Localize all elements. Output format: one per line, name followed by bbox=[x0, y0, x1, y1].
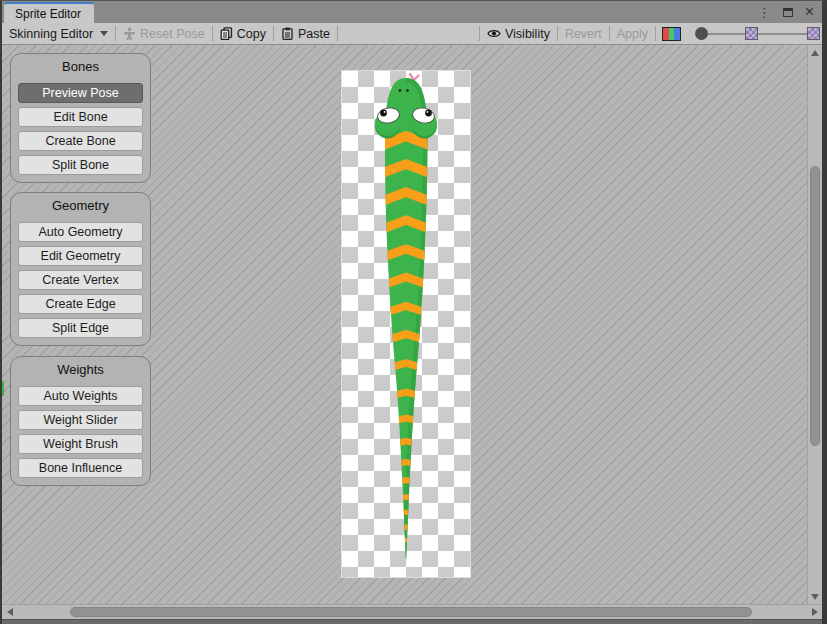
paste-icon bbox=[281, 27, 294, 40]
window-controls: ⋮ × bbox=[758, 1, 822, 23]
panel-title: Bones bbox=[11, 59, 150, 74]
snake-nostril-left bbox=[399, 89, 402, 92]
tab-title: Sprite Editor bbox=[15, 7, 81, 21]
copy-icon bbox=[220, 27, 233, 40]
toolbar-separator bbox=[337, 26, 338, 41]
tool-button-edit-bone[interactable]: Edit Bone bbox=[18, 107, 143, 127]
scroll-right-icon[interactable] bbox=[812, 608, 818, 616]
scroll-down-icon[interactable] bbox=[811, 594, 819, 600]
tool-button-create-bone[interactable]: Create Bone bbox=[18, 131, 143, 151]
panel-geometry: GeometryAuto GeometryEdit GeometryCreate… bbox=[10, 192, 151, 346]
canvas-edge-artifact bbox=[2, 381, 4, 396]
chevron-down-icon bbox=[100, 31, 108, 36]
sprite-texture-frame[interactable] bbox=[342, 71, 470, 577]
vertical-scrollbar[interactable] bbox=[807, 45, 822, 604]
opacity-sliders bbox=[695, 27, 820, 40]
snake-pupil-left bbox=[380, 110, 387, 117]
pupil-glint-left bbox=[384, 111, 386, 113]
window-menu-icon[interactable]: ⋮ bbox=[758, 6, 771, 19]
toolbar-separator bbox=[655, 26, 656, 41]
sprite-sheet-thumb-icon[interactable] bbox=[807, 27, 820, 40]
tool-button-auto-geometry[interactable]: Auto Geometry bbox=[18, 222, 143, 242]
sprite-sheet-thumb-icon[interactable] bbox=[745, 27, 758, 40]
window-bottom-edge bbox=[2, 619, 822, 624]
tool-button-create-edge[interactable]: Create Edge bbox=[18, 294, 143, 314]
panel-bones: BonesPreview PoseEdit BoneCreate BoneSpl… bbox=[10, 53, 151, 183]
scroll-up-icon[interactable] bbox=[811, 50, 819, 56]
pupil-glint-right bbox=[427, 111, 429, 113]
swatch-blue bbox=[674, 28, 680, 40]
slider-track[interactable] bbox=[758, 33, 807, 35]
tool-button-create-vertex[interactable]: Create Vertex bbox=[18, 270, 143, 290]
tab-sprite-editor[interactable]: Sprite Editor bbox=[4, 2, 94, 23]
bone-color-swatch-button[interactable] bbox=[662, 27, 681, 41]
visibility-button[interactable]: Visibility bbox=[480, 23, 557, 44]
vertical-scrollbar-thumb[interactable] bbox=[810, 166, 820, 446]
tool-button-edit-geometry[interactable]: Edit Geometry bbox=[18, 246, 143, 266]
horizontal-scrollbar[interactable] bbox=[2, 604, 822, 619]
green-snake-sprite bbox=[342, 71, 470, 577]
slider-track[interactable] bbox=[708, 33, 745, 35]
skinning-canvas[interactable]: BonesPreview PoseEdit BoneCreate BoneSpl… bbox=[2, 45, 807, 604]
pose-person-icon bbox=[123, 27, 136, 40]
sprite-editor-window: Sprite Editor ⋮ × Skinning Editor Reset … bbox=[0, 0, 827, 624]
tool-button-auto-weights[interactable]: Auto Weights bbox=[18, 386, 143, 406]
panel-title: Geometry bbox=[11, 198, 150, 213]
tool-button-preview-pose[interactable]: Preview Pose bbox=[18, 83, 143, 103]
panel-weights: WeightsAuto WeightsWeight SliderWeight B… bbox=[10, 356, 151, 486]
paste-button[interactable]: Paste bbox=[274, 23, 337, 44]
maximize-icon[interactable] bbox=[783, 8, 793, 17]
close-icon[interactable]: × bbox=[805, 4, 814, 20]
tool-button-bone-influence[interactable]: Bone Influence bbox=[18, 458, 143, 478]
tab-bar: Sprite Editor ⋮ × bbox=[2, 1, 822, 23]
panel-title: Weights bbox=[11, 362, 150, 377]
tool-button-weight-brush[interactable]: Weight Brush bbox=[18, 434, 143, 454]
revert-button[interactable]: Revert bbox=[558, 23, 609, 44]
tool-button-split-bone[interactable]: Split Bone bbox=[18, 155, 143, 175]
skinning-editor-dropdown[interactable]: Skinning Editor bbox=[2, 23, 115, 44]
horizontal-scrollbar-thumb[interactable] bbox=[70, 607, 752, 617]
tool-button-weight-slider[interactable]: Weight Slider bbox=[18, 410, 143, 430]
toolbar: Skinning Editor Reset Pose Copy bbox=[2, 23, 822, 45]
tool-button-split-edge[interactable]: Split Edge bbox=[18, 318, 143, 338]
eye-icon bbox=[487, 28, 501, 39]
scroll-left-icon[interactable] bbox=[7, 608, 13, 616]
reset-pose-button[interactable]: Reset Pose bbox=[116, 23, 212, 44]
apply-button[interactable]: Apply bbox=[610, 23, 655, 44]
slider-handle[interactable] bbox=[695, 27, 708, 40]
copy-button[interactable]: Copy bbox=[213, 23, 273, 44]
snake-nostril-right bbox=[406, 89, 409, 92]
snake-pupil-right bbox=[425, 110, 432, 117]
